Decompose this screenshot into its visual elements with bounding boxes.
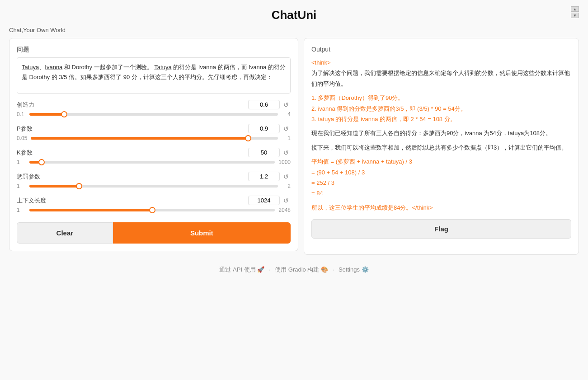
output-line-1: 为了解决这个问题，我们需要根据给定的信息来确定每个人得到的分数，然后使用这些分数… <box>311 68 571 89</box>
output-blank-10 <box>311 153 571 156</box>
clear-button[interactable]: Clear <box>17 222 113 244</box>
slider-fill-3 <box>29 185 79 188</box>
question-display: Tatuya、Ivanna 和 Dorothy 一起参加了一个测验。 Tatuy… <box>17 57 291 94</box>
header: ChatUni ▲ ▼ <box>0 0 588 25</box>
question-label: 问题 <box>17 46 291 54</box>
question-underline-ivanna: Ivanna <box>45 64 62 70</box>
params-container: 创造力↺0.14P参数↺0.051K参数↺11000惩罚参数↺12上下文长度↺1… <box>17 100 291 213</box>
slider-max-2: 1000 <box>278 159 291 165</box>
param-section-4: 上下文长度↺12048 <box>17 196 291 213</box>
param-section-1: P参数↺0.051 <box>17 124 291 141</box>
param-reset-icon-0[interactable]: ↺ <box>282 100 291 109</box>
slider-row-0: 0.14 <box>17 111 291 117</box>
slider-max-0: 4 <box>282 111 291 117</box>
param-header-1: P参数↺ <box>17 124 291 133</box>
buttons-row: Clear Submit <box>17 222 291 244</box>
slider-wrapper-2[interactable] <box>29 161 275 164</box>
submit-button[interactable]: Submit <box>113 222 291 244</box>
output-content: <think>为了解决这个问题，我们需要根据给定的信息来确定每个人得到的分数，然… <box>311 57 571 213</box>
param-input-4[interactable] <box>248 196 280 205</box>
slider-max-3: 2 <box>282 183 291 189</box>
param-input-group-3: ↺ <box>248 172 291 181</box>
slider-wrapper-0[interactable] <box>29 113 278 116</box>
scroll-down-arrow[interactable]: ▼ <box>571 13 579 18</box>
param-input-3[interactable] <box>248 172 280 181</box>
param-input-group-1: ↺ <box>248 124 291 133</box>
output-blank-8 <box>311 139 571 142</box>
output-label: Output <box>311 46 571 53</box>
param-header-3: 惩罚参数↺ <box>17 172 291 181</box>
slider-max-1: 1 <box>282 135 291 141</box>
slider-wrapper-3[interactable] <box>29 185 278 188</box>
scroll-arrows[interactable]: ▲ ▼ <box>571 6 579 18</box>
param-label-3: 惩罚参数 <box>17 173 40 181</box>
param-input-2[interactable] <box>248 148 280 157</box>
output-line-16: 所以，这三位学生的平均成绩是84分。</think> <box>311 202 571 213</box>
output-line-3: 1. 多萝西（Dorothy）得到了90分。 <box>311 93 571 103</box>
slider-thumb-1[interactable] <box>245 135 251 141</box>
slider-thumb-0[interactable] <box>61 111 67 117</box>
slider-wrapper-1[interactable] <box>31 137 278 140</box>
output-line-14: = 84 <box>311 188 571 198</box>
output-line-5: 3. tatuya 的得分是 ivanna 的两倍，即 2 * 54 = 108… <box>311 114 571 124</box>
main-layout: 问题 Tatuya、Ivanna 和 Dorothy 一起参加了一个测验。 Ta… <box>0 38 588 255</box>
param-header-2: K参数↺ <box>17 148 291 157</box>
slider-fill-0 <box>29 113 64 116</box>
slider-min-3: 1 <box>17 183 26 189</box>
right-panel: Output <think>为了解决这个问题，我们需要根据给定的信息来确定每个人… <box>304 38 579 255</box>
param-label-1: P参数 <box>17 125 33 133</box>
slider-min-0: 0.1 <box>17 111 26 117</box>
param-input-group-2: ↺ <box>248 148 291 157</box>
question-underline-tatuya: Tatuya <box>22 64 39 70</box>
footer-gradio: 使用 Gradio 构建 <box>275 266 319 273</box>
flag-button[interactable]: Flag <box>311 219 571 239</box>
slider-min-4: 1 <box>17 207 26 213</box>
footer-dot2: · <box>333 266 334 273</box>
slider-thumb-4[interactable] <box>149 207 155 213</box>
slider-row-3: 12 <box>17 183 291 189</box>
output-line-13: = 252 / 3 <box>311 178 571 188</box>
scroll-up-arrow[interactable]: ▲ <box>571 6 579 12</box>
slider-min-1: 0.05 <box>17 135 27 141</box>
subtitle: Chat,Your Own World <box>0 25 588 38</box>
slider-row-2: 11000 <box>17 159 291 165</box>
param-reset-icon-2[interactable]: ↺ <box>282 148 291 157</box>
flag-row: Flag <box>311 219 571 239</box>
slider-min-2: 1 <box>17 159 26 165</box>
output-line-0: <think> <box>311 57 571 68</box>
slider-thumb-2[interactable] <box>38 159 45 165</box>
slider-row-1: 0.051 <box>17 135 291 141</box>
api-icon: 🚀 <box>257 266 266 273</box>
output-line-11: 平均值 = (多萝西 + ivanna + tatuya) / 3 <box>311 156 571 167</box>
gradio-icon: 🎨 <box>321 266 330 273</box>
question-underline-tatuya2: Tatuya <box>154 64 171 70</box>
app-title: ChatUni <box>0 8 588 22</box>
param-input-group-4: ↺ <box>248 196 291 205</box>
output-blank-2 <box>311 89 571 93</box>
output-line-9: 接下来，我们可以将这些数字相加，然后除以总共有多少个数据点（即3），计算出它们的… <box>311 142 571 153</box>
param-input-group-0: ↺ <box>248 100 291 109</box>
slider-wrapper-4[interactable] <box>29 209 275 211</box>
output-line-12: = (90 + 54 + 108) / 3 <box>311 167 571 178</box>
param-reset-icon-3[interactable]: ↺ <box>282 172 291 181</box>
param-section-2: K参数↺11000 <box>17 148 291 165</box>
param-input-1[interactable] <box>248 124 280 133</box>
footer-dot1: · <box>269 266 271 273</box>
output-line-4: 2. ivanna 得到的分数是多萝西的3/5，即 (3/5) * 90 = 5… <box>311 103 571 114</box>
slider-fill-1 <box>31 137 248 140</box>
slider-fill-4 <box>29 209 152 211</box>
param-label-4: 上下文长度 <box>17 197 46 205</box>
param-reset-icon-4[interactable]: ↺ <box>282 196 291 205</box>
param-label-2: K参数 <box>17 149 33 157</box>
slider-thumb-3[interactable] <box>76 183 82 189</box>
param-section-0: 创造力↺0.14 <box>17 100 291 117</box>
footer-settings[interactable]: Settings <box>339 266 360 273</box>
param-input-0[interactable] <box>248 100 280 109</box>
slider-max-4: 2048 <box>278 207 291 213</box>
param-reset-icon-1[interactable]: ↺ <box>282 124 291 133</box>
param-header-4: 上下文长度↺ <box>17 196 291 205</box>
param-header-0: 创造力↺ <box>17 100 291 109</box>
footer-api: 通过 API 使用 <box>219 266 255 273</box>
output-blank-15 <box>311 199 571 202</box>
output-blank-6 <box>311 124 571 128</box>
